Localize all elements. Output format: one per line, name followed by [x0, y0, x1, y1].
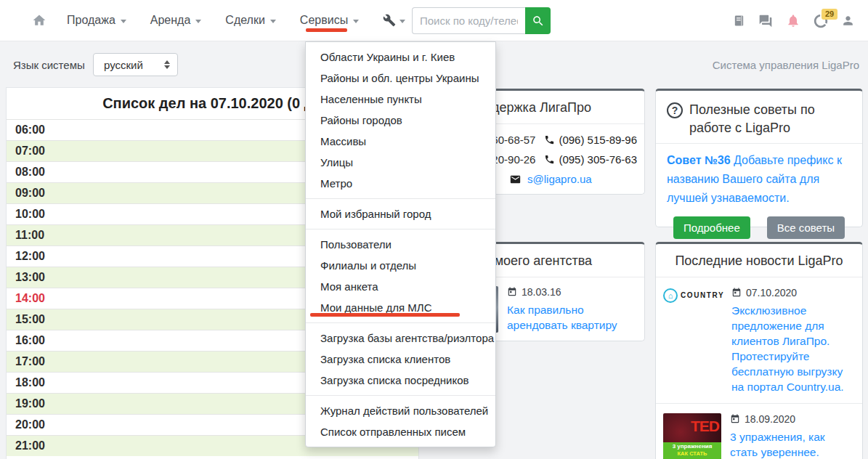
tools-menu-toggle[interactable]	[383, 14, 405, 27]
menu-item-city-districts[interactable]: Районы городов	[306, 110, 495, 131]
tools-dropdown-menu: Области Украины и г. Киев Районы и обл. …	[305, 41, 496, 447]
nav-item-label: Аренда	[150, 14, 191, 27]
all-tips-button[interactable]: Все советы	[767, 216, 845, 239]
news-date: 18.03.16	[522, 286, 561, 298]
navbar-right-icons: 29	[733, 0, 855, 41]
chevron-down-icon	[353, 20, 359, 23]
country-logo-text: COUNTRY	[681, 291, 724, 299]
tips-title: Полезные советы по работе с LigaPro	[689, 101, 851, 137]
search-button[interactable]	[525, 7, 551, 34]
news-link[interactable]: 3 упражнения, как стать увереннее.	[730, 429, 855, 459]
ligapro-app: Продажа Аренда Сделки Сервисы	[0, 0, 868, 459]
bell-icon[interactable]	[786, 13, 800, 28]
news-item: TED 3 упражнения КАК СТАТЬ УВЕРЕНЕЕ 18.0…	[656, 404, 862, 459]
usage-icon[interactable]: 29	[813, 13, 829, 29]
menu-item-sent-letters[interactable]: Список отправленных писем	[306, 421, 495, 442]
tips-panel: ? Полезные советы по работе с LigaPro Со…	[655, 89, 863, 227]
chevron-down-icon	[270, 20, 276, 23]
phone-icon	[544, 134, 555, 145]
menu-item-favorite-city[interactable]: Мой избранный город	[306, 203, 495, 224]
nav-item-label: Продажа	[67, 14, 115, 27]
phone-icon	[544, 154, 555, 165]
nav-item-sales[interactable]: Продажа	[67, 14, 126, 27]
thumbnail-caption: 3 упражнения КАК СТАТЬ УВЕРЕНЕЕ	[663, 442, 721, 459]
calendar-icon	[731, 288, 742, 298]
agency-news-link[interactable]: Как правильно арендовать квартиру	[507, 302, 637, 333]
menu-item-users[interactable]: Пользователи	[306, 234, 495, 255]
tip-number-label: Совет №36	[667, 154, 731, 166]
menu-item-branches[interactable]: Филиалы и отделы	[306, 255, 495, 276]
language-label: Язык системы	[13, 59, 85, 71]
menu-item-user-actions-log[interactable]: Журнал действий пользователей	[306, 400, 495, 421]
nav-item-label: Сервисы	[300, 14, 348, 27]
chevron-down-icon	[195, 20, 201, 23]
nav-item-services[interactable]: Сервисы	[300, 14, 359, 27]
wrench-icon	[383, 14, 396, 27]
calendar-icon	[730, 414, 740, 424]
chat-icon[interactable]	[758, 14, 774, 28]
search-icon	[532, 15, 545, 28]
select-arrows-icon	[164, 60, 170, 69]
book-icon[interactable]	[733, 14, 745, 28]
search-input[interactable]	[412, 7, 525, 34]
menu-item-district-centers[interactable]: Районы и обл. центры Украины	[306, 68, 495, 89]
news-thumbnail[interactable]: TED 3 упражнения КАК СТАТЬ УВЕРЕНЕЕ	[663, 413, 721, 459]
support-email-row: s@ligapro.ua	[508, 173, 637, 185]
tip-details-button[interactable]: Подробнее	[673, 216, 750, 239]
support-email-link[interactable]: s@ligapro.ua	[527, 173, 592, 185]
annotation-underline-mls-item	[310, 313, 460, 317]
chevron-down-icon	[399, 20, 405, 23]
country-logo[interactable]: ⌂ COUNTRY	[663, 287, 727, 394]
latest-news-title: Последние новости LigaPro	[656, 244, 862, 277]
caption-line: КАК СТАТЬ УВЕРЕНЕЕ	[663, 450, 721, 459]
menu-item-streets[interactable]: Улицы	[306, 152, 495, 173]
nav-item-deals[interactable]: Сделки	[225, 14, 276, 27]
user-icon[interactable]	[841, 14, 855, 28]
system-title: Система управления LigaPro	[713, 59, 859, 71]
menu-item-regions[interactable]: Области Украины и г. Киев	[306, 46, 495, 68]
news-link[interactable]: Эксклюзивное предложение для клиентов Ли…	[731, 303, 855, 394]
menu-item-settlements[interactable]: Населенные пункты	[306, 89, 495, 110]
envelope-icon	[508, 174, 522, 185]
notification-badge: 29	[822, 9, 837, 20]
menu-item-massifs[interactable]: Массивы	[306, 131, 495, 152]
question-circle-icon: ?	[667, 102, 683, 118]
nav-item-rent[interactable]: Аренда	[150, 14, 202, 27]
news-item: ⌂ COUNTRY 07.10.2020 Эксклюзивное предло…	[656, 277, 862, 394]
chevron-down-icon	[121, 20, 126, 23]
language-value: русский	[104, 59, 164, 71]
caption-line: 3 упражнения	[663, 442, 721, 450]
search-group	[412, 7, 551, 34]
annotation-underline-tools-icon	[306, 28, 347, 32]
nav-item-label: Сделки	[225, 14, 265, 27]
menu-item-upload-intermediaries[interactable]: Загрузка списка посредников	[306, 370, 495, 391]
menu-item-upload-agency-base[interactable]: Загрузка базы агентства/риэлтора	[306, 328, 495, 349]
home-icon[interactable]	[32, 13, 46, 28]
news-date: 07.10.2020	[746, 287, 797, 298]
house-icon: ⌂	[663, 288, 678, 303]
menu-item-upload-clients[interactable]: Загрузка списка клиентов	[306, 349, 495, 370]
calendar-icon	[507, 287, 517, 297]
ted-logo-text: TED	[691, 418, 719, 435]
phone-number: (096) 515-89-96	[559, 134, 637, 146]
tip-text-block: Совет №36 Добавьте префикс к названию Ва…	[656, 144, 862, 208]
latest-news-panel: Последние новости LigaPro ⌂ COUNTRY 07.1…	[655, 242, 863, 459]
menu-item-my-profile[interactable]: Моя анкета	[306, 276, 495, 297]
news-date: 18.09.2020	[745, 413, 795, 425]
phone-number: (095) 305-76-63	[559, 153, 637, 166]
language-select[interactable]: русский	[93, 53, 178, 76]
menu-item-metro[interactable]: Метро	[306, 173, 495, 194]
